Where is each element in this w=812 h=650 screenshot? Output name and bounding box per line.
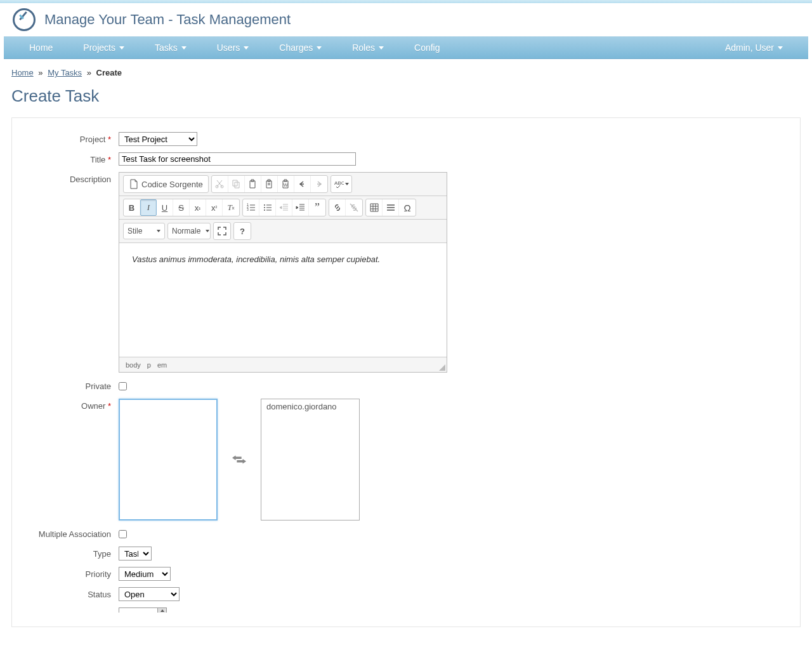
format-select[interactable]: Normale <box>167 223 211 239</box>
path-em[interactable]: em <box>157 361 167 369</box>
chevron-down-icon <box>345 183 349 185</box>
indent-button[interactable] <box>292 199 309 216</box>
chevron-down-icon <box>119 46 124 50</box>
hr-button[interactable] <box>383 199 399 216</box>
path-body[interactable]: body <box>126 361 141 369</box>
table-button[interactable] <box>366 199 383 216</box>
breadcrumb-current: Create <box>96 68 122 77</box>
unlink-button[interactable] <box>346 199 362 216</box>
partial-stepper[interactable] <box>119 607 167 613</box>
label-type: Type <box>23 547 119 560</box>
editor-toolbar-row3: Stile Normale ? <box>119 220 447 243</box>
strike-button[interactable]: S <box>173 199 190 216</box>
title-input[interactable] <box>119 152 356 166</box>
nav-projects[interactable]: Projects <box>75 37 132 58</box>
svg-point-7 <box>264 209 265 211</box>
cut-icon <box>214 179 225 189</box>
main-nav: Home Projects Tasks Users Charges Roles … <box>4 36 808 59</box>
blockquote-button[interactable]: ” <box>309 199 325 216</box>
nav-home[interactable]: Home <box>22 37 60 58</box>
editor-toolbar-row1: Codice Sorgente W <box>119 173 447 196</box>
copy-button[interactable] <box>228 176 245 192</box>
swap-icon <box>232 454 246 465</box>
maximize-icon <box>217 226 227 236</box>
label-project: Project * <box>23 132 119 146</box>
list-item[interactable]: domenico.giordano <box>263 401 358 413</box>
paste-button[interactable] <box>245 176 261 192</box>
spellcheck-button[interactable]: ABC <box>331 176 351 192</box>
nav-user-menu[interactable]: Admin, User <box>717 37 790 58</box>
swap-button[interactable] <box>232 454 247 465</box>
spellcheck-icon: ABC <box>334 179 344 189</box>
ol-icon: 123 <box>246 202 256 213</box>
help-button[interactable]: ? <box>234 223 251 239</box>
editor-toolbar-row2: B I U S x₂ x² Tx 123 <box>119 196 447 220</box>
project-select[interactable]: Test Project <box>119 132 197 146</box>
underline-button[interactable]: U <box>157 199 173 216</box>
svg-point-5 <box>264 204 265 206</box>
source-button[interactable]: Codice Sorgente <box>124 176 208 192</box>
stepper-up-icon[interactable] <box>157 608 166 613</box>
svg-text:ABC: ABC <box>334 180 344 186</box>
bold-button[interactable]: B <box>124 199 140 216</box>
redo-button[interactable] <box>311 176 327 192</box>
label-owner: Owner * <box>23 399 119 521</box>
hr-icon <box>386 202 396 213</box>
label-description: Description <box>23 172 119 373</box>
bullet-list-button[interactable] <box>259 199 276 216</box>
link-button[interactable] <box>329 199 346 216</box>
italic-button[interactable]: I <box>140 199 157 216</box>
app-title: Manage Your Team - Task Management <box>44 11 291 28</box>
cut-button[interactable] <box>212 176 228 192</box>
owner-available-list[interactable]: domenico.giordano <box>261 399 360 521</box>
editor-elements-path: body p em <box>119 357 447 372</box>
link-icon <box>332 202 343 213</box>
indent-icon <box>296 202 306 213</box>
rich-text-editor: Codice Sorgente W <box>119 172 447 373</box>
copy-icon <box>231 179 241 189</box>
path-p[interactable]: p <box>147 361 151 369</box>
redo-icon <box>314 179 324 189</box>
nav-charges[interactable]: Charges <box>272 37 329 58</box>
paste-word-button[interactable]: W <box>278 176 294 192</box>
numbered-list-button[interactable]: 123 <box>243 199 259 216</box>
priority-select[interactable]: Medium <box>119 567 171 581</box>
chevron-down-icon <box>778 46 783 50</box>
subscript-button[interactable]: x₂ <box>190 199 206 216</box>
label-priority: Priority <box>23 567 119 581</box>
label-status: Status <box>23 587 119 601</box>
multiple-assoc-checkbox[interactable] <box>119 530 127 538</box>
chevron-down-icon <box>244 46 249 50</box>
header: Manage Your Team - Task Management <box>0 3 812 36</box>
nav-tasks[interactable]: Tasks <box>147 37 194 58</box>
svg-text:3: 3 <box>247 208 249 211</box>
outdent-button[interactable] <box>276 199 292 216</box>
paste-icon <box>247 179 258 189</box>
nav-users[interactable]: Users <box>209 37 257 58</box>
table-icon <box>369 202 379 213</box>
undo-button[interactable] <box>294 176 311 192</box>
outdent-icon <box>279 202 289 213</box>
nav-config[interactable]: Config <box>407 37 447 58</box>
form-panel: Project * Test Project Title * Descripti… <box>11 117 801 627</box>
type-select[interactable]: Task <box>119 547 152 560</box>
paste-word-icon: W <box>280 179 291 189</box>
breadcrumb-mytasks[interactable]: My Tasks <box>48 68 82 77</box>
resize-handle[interactable] <box>439 364 445 371</box>
label-partial <box>23 607 119 613</box>
label-private: Private <box>23 379 119 392</box>
owner-selected-list[interactable] <box>119 399 218 521</box>
private-checkbox[interactable] <box>119 382 127 390</box>
status-select[interactable]: Open <box>119 587 180 601</box>
paste-text-button[interactable] <box>261 176 278 192</box>
style-select[interactable]: Stile <box>123 223 165 239</box>
nav-roles[interactable]: Roles <box>344 37 391 58</box>
breadcrumb-home[interactable]: Home <box>11 68 34 77</box>
superscript-button[interactable]: x² <box>206 199 223 216</box>
document-icon <box>129 179 139 189</box>
remove-format-button[interactable]: Tx <box>223 199 239 216</box>
maximize-button[interactable] <box>214 223 230 239</box>
special-char-button[interactable]: Ω <box>399 199 416 216</box>
label-title: Title * <box>23 152 119 166</box>
editor-content[interactable]: Vastus animus immoderata, incredibilia, … <box>119 243 447 357</box>
